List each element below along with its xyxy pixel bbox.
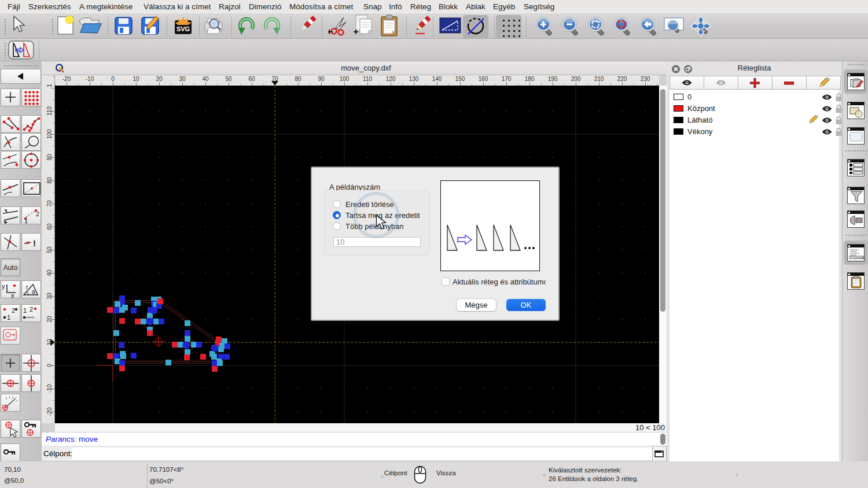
svg-text:2: 2: [30, 306, 33, 313]
svg-text:1: 1: [24, 217, 28, 224]
svg-text:x: x: [11, 292, 14, 299]
svg-text:C command: C command: [851, 257, 864, 260]
svg-text:1: 1: [23, 307, 27, 314]
svg-text:2: 2: [36, 210, 39, 217]
svg-text:y: y: [2, 283, 5, 290]
svg-text:a: a: [32, 289, 35, 295]
svg-text:1: 1: [7, 314, 10, 321]
svg-text:2: 2: [12, 307, 15, 314]
svg-text:r: r: [26, 284, 28, 290]
svg-text:SVG: SVG: [176, 25, 190, 32]
svg-text:!: !: [33, 238, 36, 248]
